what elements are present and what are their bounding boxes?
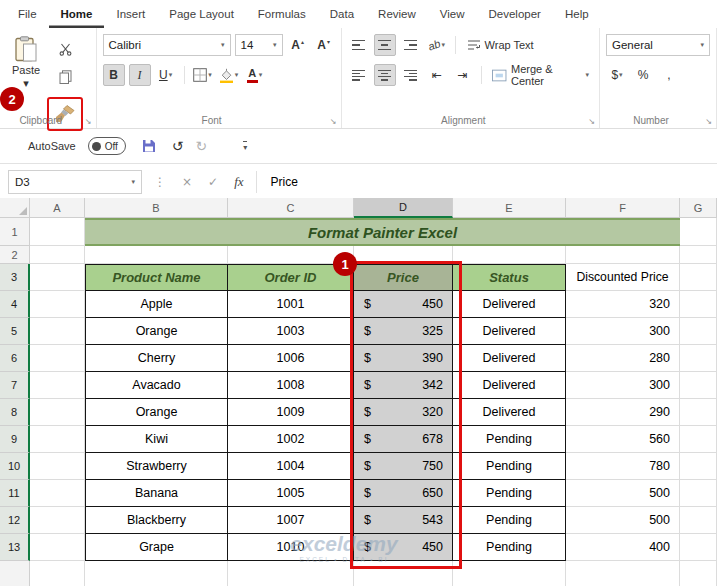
alignment-dialog-launcher-icon[interactable]: ↘: [588, 117, 595, 126]
tab-page-layout[interactable]: Page Layout: [157, 1, 246, 28]
header-status[interactable]: Status: [453, 264, 566, 291]
merge-center-button[interactable]: Merge & Center ▾: [488, 65, 593, 85]
cell-discounted[interactable]: 560: [566, 426, 680, 453]
cell-G13[interactable]: [680, 534, 717, 561]
cell-order-id[interactable]: 1007: [228, 507, 354, 534]
increase-font-button[interactable]: A ▴: [287, 34, 309, 56]
cell-A4[interactable]: [30, 291, 85, 318]
cell-order-id[interactable]: 1010: [228, 534, 354, 561]
row-header-10[interactable]: 10: [0, 453, 30, 480]
cell-G6[interactable]: [680, 345, 717, 372]
cell-status[interactable]: Delivered: [453, 399, 566, 426]
number-dialog-launcher-icon[interactable]: ↘: [705, 117, 712, 126]
cell-order-id[interactable]: 1008: [228, 372, 354, 399]
cell-F14[interactable]: [566, 561, 680, 586]
confirm-icon[interactable]: ✓: [208, 175, 218, 189]
cell-discounted[interactable]: 500: [566, 507, 680, 534]
number-format-select[interactable]: General ▾: [606, 34, 710, 56]
cell-G14[interactable]: [680, 561, 717, 586]
cell-G2[interactable]: [680, 246, 717, 264]
cell-G7[interactable]: [680, 372, 717, 399]
cell-product[interactable]: Grape: [85, 534, 228, 561]
cell-status[interactable]: Delivered: [453, 372, 566, 399]
font-size-select[interactable]: 14 ▾: [235, 34, 283, 56]
row-header-3[interactable]: 3: [0, 264, 30, 291]
cell-G4[interactable]: [680, 291, 717, 318]
cell-A6[interactable]: [30, 345, 85, 372]
cell-discounted[interactable]: 400: [566, 534, 680, 561]
name-box[interactable]: D3 ▾: [8, 170, 142, 194]
column-header-B[interactable]: B: [85, 198, 228, 218]
cell-G11[interactable]: [680, 480, 717, 507]
sheet-title[interactable]: Format Painter Excel: [85, 218, 680, 246]
cell-discounted[interactable]: 320: [566, 291, 680, 318]
tab-file[interactable]: File: [6, 1, 49, 28]
column-header-A[interactable]: A: [30, 198, 85, 218]
cell-discounted[interactable]: 300: [566, 318, 680, 345]
column-header-C[interactable]: C: [228, 198, 354, 218]
select-all-corner[interactable]: [0, 198, 30, 218]
undo-button[interactable]: ↺: [172, 138, 184, 154]
row-header-12[interactable]: 12: [0, 507, 30, 534]
formula-input[interactable]: Price: [256, 171, 717, 193]
tab-home[interactable]: Home: [49, 1, 105, 28]
accounting-format-button[interactable]: $ ▾: [606, 64, 628, 86]
comma-style-button[interactable]: ,: [658, 64, 680, 86]
cell-order-id[interactable]: 1009: [228, 399, 354, 426]
cell-A7[interactable]: [30, 372, 85, 399]
cell-status[interactable]: Delivered: [453, 318, 566, 345]
cell-B14[interactable]: [85, 561, 228, 586]
row-header-8[interactable]: 8: [0, 399, 30, 426]
cell-G8[interactable]: [680, 399, 717, 426]
cell-A9[interactable]: [30, 426, 85, 453]
cell-G5[interactable]: [680, 318, 717, 345]
tab-formulas[interactable]: Formulas: [246, 1, 318, 28]
cell-G10[interactable]: [680, 453, 717, 480]
row-header-11[interactable]: 11: [0, 480, 30, 507]
cell-product[interactable]: Strawberry: [85, 453, 228, 480]
row-header-6[interactable]: 6: [0, 345, 30, 372]
row-header-4[interactable]: 4: [0, 291, 30, 318]
cell-G9[interactable]: [680, 426, 717, 453]
cell-product[interactable]: Apple: [85, 291, 228, 318]
font-dialog-launcher-icon[interactable]: ↘: [330, 117, 337, 126]
cell-order-id[interactable]: 1002: [228, 426, 354, 453]
cell-E14[interactable]: [453, 561, 566, 586]
cell-discounted[interactable]: 300: [566, 372, 680, 399]
cell-A11[interactable]: [30, 480, 85, 507]
cell-A5[interactable]: [30, 318, 85, 345]
cell-discounted[interactable]: 500: [566, 480, 680, 507]
cell-order-id[interactable]: 1006: [228, 345, 354, 372]
cell-discounted[interactable]: 290: [566, 399, 680, 426]
row-header-1[interactable]: 1: [0, 218, 30, 246]
cell-order-id[interactable]: 1003: [228, 318, 354, 345]
wrap-text-button[interactable]: Wrap Text: [463, 35, 538, 55]
percent-style-button[interactable]: %: [632, 64, 654, 86]
cell-discounted[interactable]: 280: [566, 345, 680, 372]
tab-help[interactable]: Help: [553, 1, 601, 28]
row-header-7[interactable]: 7: [0, 372, 30, 399]
header-product-name[interactable]: Product Name: [85, 264, 228, 291]
cell-G1[interactable]: [680, 218, 717, 246]
cell-product[interactable]: Blackberry: [85, 507, 228, 534]
cell-status[interactable]: Pending: [453, 507, 566, 534]
cell-status[interactable]: Delivered: [453, 345, 566, 372]
cell-product[interactable]: Banana: [85, 480, 228, 507]
cell-discounted[interactable]: 780: [566, 453, 680, 480]
tab-developer[interactable]: Developer: [477, 1, 553, 28]
cell-product[interactable]: Orange: [85, 318, 228, 345]
column-header-F[interactable]: F: [566, 198, 680, 218]
underline-button[interactable]: U ▾: [155, 64, 177, 86]
cell-A10[interactable]: [30, 453, 85, 480]
cell-B2[interactable]: [85, 246, 228, 264]
header-discounted-price[interactable]: Discounted Price: [566, 264, 680, 291]
cell-C14[interactable]: [228, 561, 354, 586]
tab-insert[interactable]: Insert: [104, 1, 157, 28]
column-header-G[interactable]: G: [680, 198, 717, 218]
fill-color-button[interactable]: ▾: [218, 64, 240, 86]
insert-function-icon[interactable]: fx: [234, 174, 243, 190]
decrease-indent-button[interactable]: ⇤: [426, 64, 448, 86]
cell-order-id[interactable]: 1001: [228, 291, 354, 318]
cell-order-id[interactable]: 1004: [228, 453, 354, 480]
cell-status[interactable]: Pending: [453, 534, 566, 561]
